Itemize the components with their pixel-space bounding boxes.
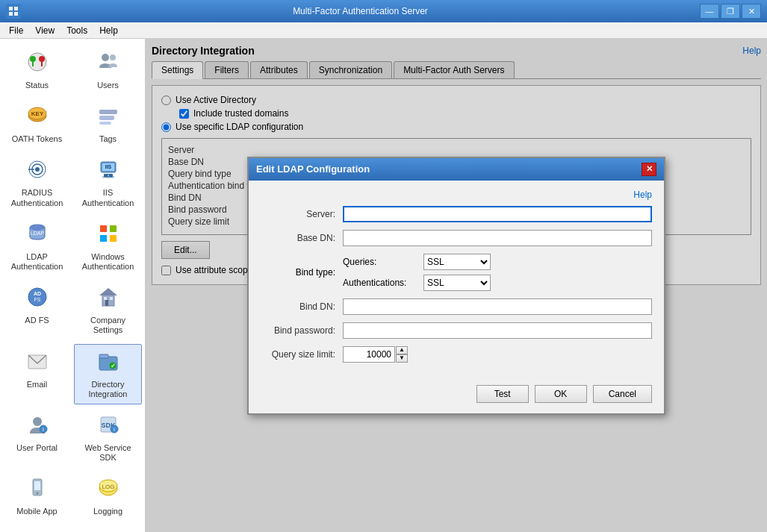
dialog-querysize-label: Query size limit: [261,349,343,360]
sidebar-item-status[interactable]: Status [3,45,71,96]
menu-view[interactable]: View [29,24,60,37]
svg-point-46 [33,417,42,426]
svg-text:✓: ✓ [110,363,115,369]
svg-rect-54 [34,481,40,490]
authentications-select[interactable]: None TLS SSL [423,275,491,291]
sidebar-item-iis[interactable]: IIS IIS Authentication [74,152,142,213]
svg-point-55 [36,492,38,495]
sidebar-label-sdk: Web Service SDK [78,443,138,463]
sidebar-item-mobile[interactable]: Mobile App [3,471,71,522]
dialog-binddn-row: Bind DN: [261,298,652,315]
authentications-row: Authentications: None TLS SSL [343,275,652,291]
sidebar-item-windows[interactable]: Windows Authentication [74,216,142,277]
minimize-button[interactable]: — [700,4,719,19]
sidebar-item-company[interactable]: Company Settings [74,280,142,340]
oath-icon: KEY [25,104,49,133]
svg-point-27 [30,225,45,231]
sidebar-item-radius[interactable]: RADIUS Authentication [3,152,71,213]
cancel-button[interactable]: Cancel [593,385,652,403]
menu-tools[interactable]: Tools [60,24,93,37]
sidebar: Status Users [0,39,146,532]
sidebar-label-ldap: LDAP Authentication [7,252,67,272]
dialog-binddn-input[interactable] [343,298,652,315]
svg-rect-3 [14,12,18,16]
tags-icon [96,104,120,133]
svg-rect-2 [9,12,13,16]
dialog-help-link[interactable]: Help [633,190,652,200]
sidebar-label-directory: Directory Integration [78,380,138,399]
edit-ldap-dialog: Edit LDAP Configuration ✕ Help Server: [247,157,665,415]
dialog-bind-type-label: Bind type: [261,267,343,278]
sidebar-label-logging: Logging [93,507,122,516]
menu-file[interactable]: File [3,24,29,37]
portal-icon: i [25,413,49,442]
svg-text:FS: FS [34,297,40,302]
svg-text:IIS: IIS [105,164,111,169]
users-icon [96,50,120,79]
svg-rect-31 [100,235,107,242]
bind-type-content: Queries: None TLS SSL Authentications: [343,254,652,291]
svg-text:KEY: KEY [31,110,43,117]
spinner-up-button[interactable]: ▲ [396,346,408,354]
restore-button[interactable]: ❒ [721,4,740,19]
windows-icon [96,222,120,251]
svg-rect-1 [14,7,18,10]
svg-rect-30 [110,225,117,232]
sidebar-item-ldap[interactable]: LDAP LDAP Authentication [3,216,71,277]
mobile-icon [25,476,49,505]
sidebar-item-logging[interactable]: LOG Logging [74,471,142,522]
dialog-bind-type-row: Bind type: Queries: None TLS SSL [261,254,652,291]
sidebar-item-directory[interactable]: ✓ Directory Integration [74,344,142,404]
content-area: Directory Integration Help Settings Filt… [146,39,767,532]
svg-rect-0 [9,7,13,10]
sidebar-item-tags[interactable]: Tags [74,98,142,149]
sidebar-label-email: Email [27,380,48,389]
query-size-spinner: 10000 ▲ ▼ [343,346,408,363]
dialog-server-row: Server: [261,206,652,222]
dialog-server-label: Server: [261,209,343,219]
dialog-querysize-row: Query size limit: 10000 ▲ ▼ [261,346,652,363]
svg-text:AD: AD [33,291,40,296]
ok-button[interactable]: OK [535,385,587,403]
queries-select[interactable]: None TLS SSL [423,254,491,270]
dialog-close-button[interactable]: ✕ [642,163,656,176]
sidebar-item-portal[interactable]: i User Portal [3,407,71,468]
dialog-server-input[interactable] [343,206,652,222]
dialog-bindpwd-row: Bind password: [261,322,652,339]
dialog-bindpwd-label: Bind password: [261,325,343,336]
company-icon [96,285,120,314]
sidebar-label-tags: Tags [99,134,117,144]
sidebar-item-email[interactable]: Email [3,344,71,404]
svg-point-4 [28,53,46,71]
dialog-bindpwd-input[interactable] [343,322,652,339]
svg-point-10 [110,54,116,60]
sidebar-item-adfs[interactable]: AD FS AD FS [3,280,71,340]
dialog-basedn-input[interactable] [343,230,652,246]
svg-text:i: i [43,426,44,433]
spinner-down-button[interactable]: ▼ [396,354,408,363]
radius-icon [25,157,49,187]
sidebar-item-sdk[interactable]: SDK i Web Service SDK [74,407,142,468]
dialog-basedn-row: Base DN: [261,230,652,246]
status-icon [25,50,49,79]
sidebar-label-adfs: AD FS [25,316,49,325]
sidebar-label-status: Status [25,81,49,90]
menu-help[interactable]: Help [93,24,124,37]
sdk-icon: SDK i [96,413,120,442]
queries-row: Queries: None TLS SSL [343,254,652,270]
close-button[interactable]: ✕ [742,4,761,19]
svg-rect-39 [110,297,113,300]
sidebar-item-users[interactable]: Users [74,45,142,96]
test-button[interactable]: Test [476,385,529,403]
dialog-overlay: Edit LDAP Configuration ✕ Help Server: [146,39,767,532]
svg-text:LDAP: LDAP [30,231,44,236]
window-controls[interactable]: — ❒ ✕ [700,4,761,19]
email-icon [25,349,49,378]
spinner-buttons: ▲ ▼ [396,346,408,363]
window-title: Multi-Factor Authentication Server [21,6,700,16]
logging-icon: LOG [96,476,120,505]
query-size-input[interactable]: 10000 [343,346,395,363]
sidebar-item-oath[interactable]: KEY OATH Tokens [3,98,71,149]
sidebar-grid: Status Users [3,45,142,522]
svg-rect-43 [99,354,108,358]
